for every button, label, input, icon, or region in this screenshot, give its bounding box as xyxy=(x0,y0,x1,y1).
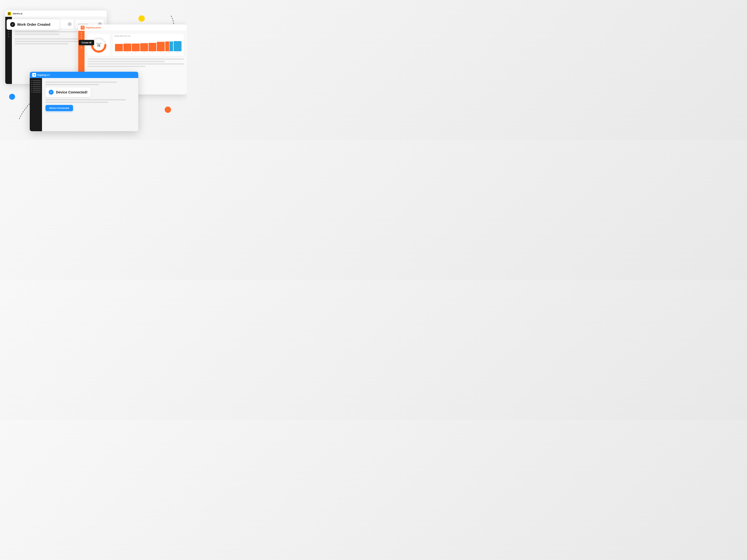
iiot-sidebar-line xyxy=(32,82,41,83)
iiot-sidebar-line xyxy=(32,84,41,85)
bar-orange xyxy=(157,42,165,51)
iiot-sidebar-dot xyxy=(31,88,32,89)
bar-group-6 xyxy=(157,42,165,51)
create-work-order-button[interactable]: Create W xyxy=(79,40,94,45)
asset-line xyxy=(87,58,184,60)
sfactrix-title: sfactrix.ai xyxy=(12,12,22,15)
bar-label-q2-2020: Q2 xyxy=(157,52,165,53)
bar-group-1 xyxy=(115,44,123,51)
bar-blue xyxy=(170,42,173,51)
svg-rect-3 xyxy=(9,14,10,15)
iiot-sidebar-dot xyxy=(31,86,32,87)
bar-group-4 xyxy=(140,43,148,51)
bar-chart-title: Grouped Labels on the X-axis xyxy=(114,35,182,36)
device-check-icon xyxy=(49,90,54,95)
content-line xyxy=(15,43,68,45)
bar-chart-area xyxy=(114,37,182,51)
sfactrix-titlebar: sfactrix.ai xyxy=(5,10,107,17)
sfactrix-logo-icon xyxy=(7,12,11,16)
iiot-line xyxy=(46,82,117,83)
bar-orange xyxy=(115,44,123,51)
bar-orange xyxy=(165,42,169,51)
bar-chart-card: Grouped Labels on the X-axis xyxy=(112,34,184,56)
iiot-sidebar-row xyxy=(31,90,41,90)
svg-rect-0 xyxy=(8,12,9,14)
bar-group-5 xyxy=(149,43,156,51)
iiot-sidebar-row xyxy=(31,92,41,92)
content-line xyxy=(15,31,77,32)
svg-rect-2 xyxy=(8,14,9,15)
sidebar-dot xyxy=(8,31,9,32)
fogwing-asset-logo-icon xyxy=(81,26,84,30)
iiot-sidebar-line xyxy=(32,88,41,89)
content-line xyxy=(15,34,59,35)
device-connected-text: Device Connected! xyxy=(56,90,87,94)
fogwing-iiot-logo-icon: ✱ xyxy=(32,73,36,77)
iiot-line xyxy=(46,102,108,103)
bar-label-q3-2020: Q3 xyxy=(165,52,173,53)
iiot-bottom-lines xyxy=(46,99,135,103)
iiot-top-lines xyxy=(46,82,135,85)
blue-dot xyxy=(9,94,15,100)
iiot-sidebar-row xyxy=(31,84,41,85)
asset-line xyxy=(87,63,184,64)
fogwing-asset-titlebar: fogwingasset xyxy=(78,25,187,31)
donut-percent-label: Percent xyxy=(96,43,101,44)
donut-label: Percent 75 xyxy=(96,43,101,47)
asset-content-lines xyxy=(87,58,184,67)
iiot-line xyxy=(46,84,99,85)
bar-year-labels: 2019 2020 xyxy=(114,53,182,54)
fogwing-asset-title: fogwingasset xyxy=(86,26,101,29)
iiot-sidebar-dot xyxy=(31,90,32,90)
iiot-sidebar-dot xyxy=(31,80,32,81)
iiot-sidebar-row xyxy=(31,88,41,89)
bar-orange xyxy=(140,43,148,51)
device-connected-button[interactable]: Device Connected xyxy=(46,105,73,111)
fa-sidebar-dot xyxy=(81,32,82,34)
device-connected-notification: Device Connected! xyxy=(46,87,91,97)
bar-orange xyxy=(123,44,131,51)
bar-group-2 xyxy=(123,44,131,51)
bar-label-q1: Q1 xyxy=(115,52,123,53)
bar-blue xyxy=(174,41,181,51)
bar-label-q2: Q2 xyxy=(123,52,131,53)
bar-group-7 xyxy=(165,42,173,51)
fa-sidebar-dot xyxy=(81,35,82,36)
bar-orange xyxy=(149,43,156,51)
content-line xyxy=(15,41,86,42)
bar-group-8 xyxy=(174,41,181,51)
bar-label-q4: Q4 xyxy=(140,52,148,53)
iiot-sidebar-line xyxy=(32,92,41,92)
work-order-check-icon xyxy=(10,22,15,27)
year-2020-label: 2020 xyxy=(148,53,181,54)
bar-chart-labels: Q1 Q2 Q3 Q4 Q1 Q2 Q3 Q4 xyxy=(114,52,182,53)
card-circle xyxy=(68,22,72,26)
fogwing-iiot-title: fogwingIIoT xyxy=(37,74,50,76)
fogwing-iiot-window: ✱ fogwingIIoT xyxy=(30,72,138,131)
iiot-sidebar-line xyxy=(32,86,41,87)
iiot-sidebar-dot xyxy=(31,84,32,85)
svg-rect-1 xyxy=(9,12,10,14)
iiot-sidebar-row xyxy=(31,82,41,83)
iiot-sidebar-line xyxy=(32,80,41,81)
asset-line xyxy=(87,61,165,62)
iiot-sidebar-row xyxy=(31,80,41,81)
iiot-line xyxy=(46,99,126,100)
sidebar-dot xyxy=(8,36,9,37)
bar-group-3 xyxy=(132,44,140,51)
fogwing-iiot-body: Device Connected! Device Connected xyxy=(30,78,138,131)
iiot-sidebar-dot xyxy=(31,92,32,92)
work-order-text: Work Order Created xyxy=(17,23,50,27)
yellow-dot xyxy=(138,16,145,22)
asset-line xyxy=(87,66,145,67)
bar-orange xyxy=(132,44,140,51)
asset-main-row: Percent 75 Grouped Labels on the X-axis xyxy=(87,34,184,56)
bar-label-q4-2020: Q4 xyxy=(174,52,181,53)
work-order-notification: Work Order Created xyxy=(7,19,59,30)
iiot-sidebar-dot xyxy=(31,82,32,83)
bar-label-q1-2020: Q1 xyxy=(149,52,156,53)
fogwing-iiot-titlebar: ✱ fogwingIIoT xyxy=(30,72,138,78)
donut-value: 75 xyxy=(96,44,101,47)
iiot-sidebar-line xyxy=(32,90,41,90)
iiot-sidebar-row xyxy=(31,86,41,87)
